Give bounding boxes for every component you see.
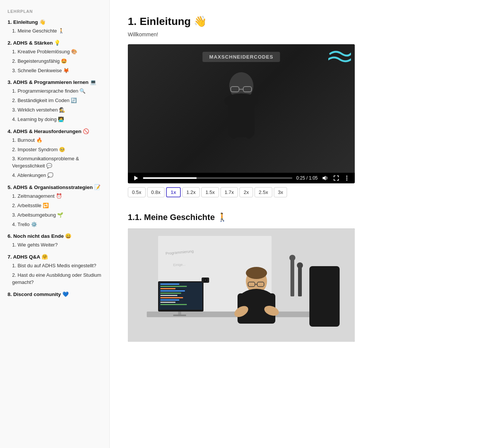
sidebar-item[interactable]: 4. Ablenkungen 💭	[8, 171, 103, 180]
video-frame-2: Programmierung Einige...	[128, 228, 355, 342]
sidebar-item[interactable]: 1. Wie gehts Weiter?	[8, 240, 103, 250]
svg-marker-9	[323, 176, 326, 180]
speed-button-1.5x[interactable]: 1.5x	[201, 187, 219, 197]
svg-rect-45	[309, 266, 340, 327]
svg-rect-21	[160, 286, 187, 287]
sidebar-section: 5. ADHS & Organisationsstrategien 📝1. Ze…	[8, 184, 103, 229]
svg-point-5	[224, 93, 258, 109]
svg-rect-24	[160, 293, 181, 294]
play-button[interactable]	[132, 175, 139, 181]
speed-button-0.5x[interactable]: 0.5x	[128, 187, 146, 197]
sidebar-item[interactable]: 2. Hast du eine Ausbildung oder Studium …	[8, 271, 103, 287]
sidebar-section-title[interactable]: 3. ADHS & Programmieren lernen 💻	[8, 79, 103, 85]
sidebar-item[interactable]: 1. Meine Geschichte 🚶	[8, 26, 103, 36]
svg-rect-23	[160, 290, 185, 291]
video-banner: MAXSCHNEIDERCODES	[202, 52, 280, 62]
sidebar-item[interactable]: 4. Trello ⚙️	[8, 220, 103, 229]
svg-rect-32	[290, 259, 294, 296]
sidebar-section: 2. ADHS & Stärken 💡1. Kreative Problemlö…	[8, 40, 103, 76]
section-title: 1.1. Meine Geschichte 🚶	[128, 212, 482, 222]
svg-text:Einige...: Einige...	[173, 262, 186, 267]
svg-rect-26	[160, 297, 183, 298]
svg-point-11	[346, 178, 348, 179]
sidebar-item[interactable]: 1. Burnout 🔥	[8, 136, 103, 145]
sidebar-item[interactable]: 1. Zeitmanagement ⏰	[8, 192, 103, 201]
video-2-content: Programmierung Einige...	[128, 228, 355, 342]
sidebar-section-title[interactable]: 8. Discord community 💙	[8, 291, 103, 297]
speed-button-0.8x[interactable]: 0.8x	[147, 187, 165, 197]
svg-rect-27	[160, 299, 179, 301]
svg-point-48	[205, 279, 206, 281]
svg-point-6	[228, 116, 239, 139]
more-options-button[interactable]	[343, 175, 350, 181]
sidebar-section-title[interactable]: 4. ADHS & Herausforderungen 🚫	[8, 128, 103, 134]
progress-bar[interactable]	[143, 177, 292, 179]
volume-button[interactable]	[321, 175, 329, 181]
sidebar-section: 8. Discord community 💙	[8, 291, 103, 297]
sidebar-section: 7. ADHS Q&A 🤗1. Bist du auf ADHS Medis e…	[8, 254, 103, 287]
sidebar-item[interactable]: 3. Wirklich verstehen 🕵️	[8, 105, 103, 115]
svg-rect-20	[160, 284, 179, 285]
sidebar-item[interactable]: 3. Kommunikationsprobleme & Vergesslichk…	[8, 154, 103, 171]
video-controls: 0:25 / 1:05	[128, 173, 355, 183]
svg-rect-31	[173, 315, 186, 316]
sidebar-item[interactable]: 1. Kreative Problemlösung 🎨	[8, 47, 103, 57]
sidebar-item[interactable]: 3. Schnelle Denkweise 🦊	[8, 66, 103, 76]
fullscreen-button[interactable]	[333, 175, 340, 181]
svg-point-33	[289, 255, 295, 261]
sidebar-section-title[interactable]: 1. Einleitung 👋	[8, 19, 103, 25]
sidebar-item[interactable]: 2. Begeisterungsfähig 🤩	[8, 57, 103, 66]
video-frame-1: MAXSCHNEIDERCODES	[128, 44, 355, 173]
svg-rect-34	[298, 266, 302, 296]
svg-point-37	[246, 267, 267, 279]
sidebar-item[interactable]: 4. Learning by doing 🧑‍💻	[8, 115, 103, 124]
sidebar-section-title[interactable]: 5. ADHS & Organisationsstrategien 📝	[8, 184, 103, 190]
sidebar: LEHRPLAN 1. Einleitung 👋1. Meine Geschic…	[0, 0, 110, 448]
speed-button-2x[interactable]: 2x	[239, 187, 253, 197]
time-display: 0:25 / 1:05	[296, 175, 318, 181]
sidebar-item[interactable]: 2. Beständigkeit im Coden 🔄	[8, 96, 103, 105]
sidebar-section: 3. ADHS & Programmieren lernen 💻1. Progr…	[8, 79, 103, 124]
speed-button-1.2x[interactable]: 1.2x	[182, 187, 200, 197]
sidebar-item[interactable]: 3. Arbeitsumgebung 🌱	[8, 211, 103, 220]
sidebar-item[interactable]: 1. Programmiersprache finden 🔍	[8, 87, 103, 96]
speed-button-1.7x[interactable]: 1.7x	[220, 187, 238, 197]
svg-rect-28	[160, 302, 175, 303]
speed-button-2.5x[interactable]: 2.5x	[255, 187, 272, 197]
video-decor	[328, 48, 351, 67]
sidebar-section: 1. Einleitung 👋1. Meine Geschichte 🚶	[8, 19, 103, 36]
sidebar-section-title[interactable]: 6. Noch nicht das Ende 😀	[8, 233, 103, 239]
svg-rect-22	[160, 288, 175, 289]
welcome-text: Willkommen!	[128, 31, 482, 37]
svg-rect-29	[160, 304, 187, 305]
sidebar-label: LEHRPLAN	[8, 9, 103, 14]
svg-point-10	[346, 176, 348, 177]
svg-point-7	[243, 116, 255, 139]
sidebar-section-title[interactable]: 2. ADHS & Stärken 💡	[8, 40, 103, 46]
sidebar-section: 4. ADHS & Herausforderungen 🚫1. Burnout …	[8, 128, 103, 180]
sidebar-item[interactable]: 2. Imposter Syndrom 🥺	[8, 145, 103, 155]
sidebar-item[interactable]: 2. Arbeitsstile 🔁	[8, 201, 103, 211]
speed-buttons: 0.5x0.8x1x1.2x1.5x1.7x2x2.5x3x	[128, 187, 482, 197]
video-player-1[interactable]: MAXSCHNEIDERCODES	[128, 44, 355, 183]
person-silhouette	[203, 67, 279, 173]
sidebar-section-title[interactable]: 7. ADHS Q&A 🤗	[8, 254, 103, 260]
svg-point-35	[297, 262, 303, 268]
sidebar-sections: 1. Einleitung 👋1. Meine Geschichte 🚶2. A…	[8, 19, 103, 297]
svg-marker-8	[134, 176, 138, 180]
svg-point-12	[346, 180, 348, 181]
main-content: 1. Einleitung 👋 Willkommen! MAXSCHNEIDER…	[110, 0, 500, 448]
speed-button-1x[interactable]: 1x	[166, 187, 180, 197]
svg-rect-25	[160, 295, 177, 296]
sidebar-section: 6. Noch nicht das Ende 😀1. Wie gehts Wei…	[8, 233, 103, 250]
speed-button-3x[interactable]: 3x	[274, 187, 287, 197]
page-title: 1. Einleitung 👋	[128, 15, 482, 28]
video-player-2[interactable]: Programmierung Einige...	[128, 228, 355, 342]
sidebar-item[interactable]: 1. Bist du auf ADHS Medis eingestellt?	[8, 261, 103, 271]
progress-fill	[143, 177, 197, 179]
